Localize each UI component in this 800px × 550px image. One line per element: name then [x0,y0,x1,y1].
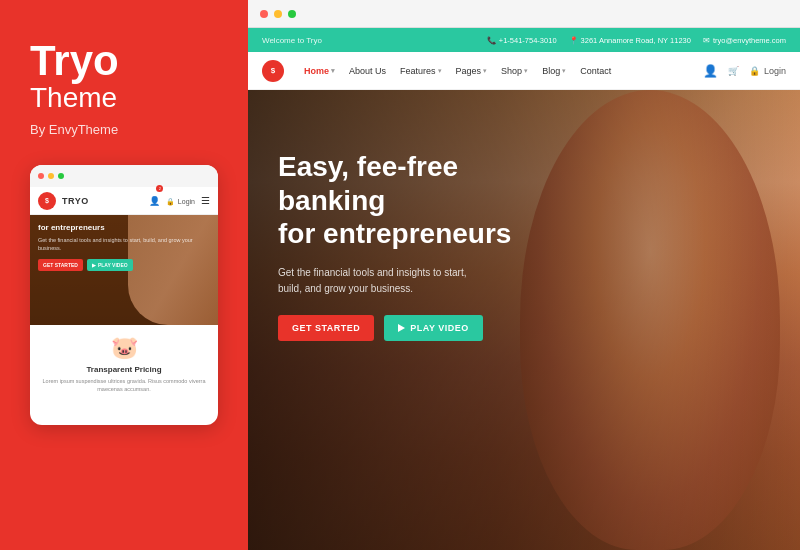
hero-subtext: Get the financial tools and insights to … [278,265,478,297]
nav-login-button[interactable]: 🔒 Login [749,66,786,76]
mobile-hero: for entrepreneurs Get the financial tool… [30,215,218,325]
browser-dot-yellow[interactable] [274,10,282,18]
mobile-nav: $ TRYO 👤 2 🔒 Login ☰ [30,187,218,215]
topbar-address: 📍 3261 Annamore Road, NY 11230 [569,36,691,45]
brand-subtitle: Theme [30,82,218,114]
hamburger-icon: ☰ [201,195,210,206]
logo-dollar-icon: $ [271,66,275,75]
browser-chrome [248,0,800,28]
hero-get-started-button[interactable]: GET STARTED [278,315,374,341]
nav-about[interactable]: About Us [349,66,386,76]
play-triangle-icon [398,324,405,332]
nav-shop[interactable]: Shop ▾ [501,66,528,76]
topbar-contact-info: 📞 +1-541-754-3010 📍 3261 Annamore Road, … [487,36,786,45]
mobile-logo-text: TRYO [62,196,89,206]
phone-icon: 📞 [487,36,496,45]
browser-dot-red[interactable] [260,10,268,18]
mobile-get-started-button[interactable]: GET STARTED [38,259,83,271]
logo-circle: $ [262,60,284,82]
browser-mockup: Welcome to Tryo 📞 +1-541-754-3010 📍 3261… [248,0,800,550]
mobile-top-bar [30,165,218,187]
mobile-mockup: $ TRYO 👤 2 🔒 Login ☰ for entrepreneurs G… [30,165,218,425]
topbar-email: ✉ tryo@envytheme.com [703,36,786,45]
nav-lock-icon: 🔒 [749,66,760,76]
mobile-play-video-button[interactable]: ▶ PLAY VIDEO [87,259,133,271]
dot-yellow [48,173,54,179]
mobile-logo-circle: $ [38,192,56,210]
email-icon: ✉ [703,36,710,45]
mobile-feature-text: Lorem ipsum suspendisse ultrices gravida… [38,377,210,394]
pages-chevron-icon: ▾ [483,67,487,75]
mobile-hero-sub: Get the financial tools and insights to … [38,237,210,252]
topbar-phone: 📞 +1-541-754-3010 [487,36,557,45]
left-panel: Tryo Theme By EnvyTheme $ TRYO 👤 2 🔒 Log… [0,0,248,550]
nav-blog[interactable]: Blog ▾ [542,66,566,76]
features-chevron-icon: ▾ [438,67,442,75]
mobile-feature-title: Transparent Pricing [38,365,210,374]
nav-user-icon: 👤 [703,64,718,78]
hero-section: Easy, fee-free banking for entrepreneurs… [248,90,800,550]
site-nav: $ Home ▾ About Us Features ▾ Pages ▾ Sho… [248,52,800,90]
mobile-play-icon: ▶ [92,262,96,268]
topbar-welcome-text: Welcome to Tryo [262,36,322,45]
nav-home[interactable]: Home ▾ [304,66,335,76]
login-label: 🔒 Login [166,196,195,206]
mobile-hero-heading: for entrepreneurs [38,223,210,233]
site-topbar: Welcome to Tryo 📞 +1-541-754-3010 📍 3261… [248,28,800,52]
blog-chevron-icon: ▾ [562,67,566,75]
mobile-nav-right: 👤 2 🔒 Login ☰ [149,195,210,206]
shop-chevron-icon: ▾ [524,67,528,75]
hero-play-video-button[interactable]: PLAY VIDEO [384,315,483,341]
nav-contact[interactable]: Contact [580,66,611,76]
brand-title: Tryo [30,40,218,82]
notification-badge: 2 [156,185,163,192]
mobile-logo-icon: $ [45,197,49,204]
site-logo[interactable]: $ [262,60,284,82]
nav-features[interactable]: Features ▾ [400,66,442,76]
dot-red [38,173,44,179]
hero-heading: Easy, fee-free banking for entrepreneurs [278,150,538,251]
piggy-bank-icon: 🐷 [38,335,210,361]
mobile-cta-buttons: GET STARTED ▶ PLAY VIDEO [38,259,210,271]
hero-cta-buttons: GET STARTED PLAY VIDEO [278,315,538,341]
location-icon: 📍 [569,36,578,45]
nav-right: 👤 🛒 🔒 Login [703,64,786,78]
mobile-feature-section: 🐷 Transparent Pricing Lorem ipsum suspen… [30,325,218,404]
dot-green [58,173,64,179]
nav-pages[interactable]: Pages ▾ [456,66,488,76]
nav-cart-icon: 🛒 [728,66,739,76]
mobile-user-icon: 👤 2 [149,196,160,206]
nav-links: Home ▾ About Us Features ▾ Pages ▾ Shop … [304,66,611,76]
home-chevron-icon: ▾ [331,67,335,75]
mobile-hero-text: for entrepreneurs Get the financial tool… [38,223,210,271]
browser-dot-green[interactable] [288,10,296,18]
hero-content: Easy, fee-free banking for entrepreneurs… [248,90,568,401]
brand-by: By EnvyTheme [30,122,218,137]
